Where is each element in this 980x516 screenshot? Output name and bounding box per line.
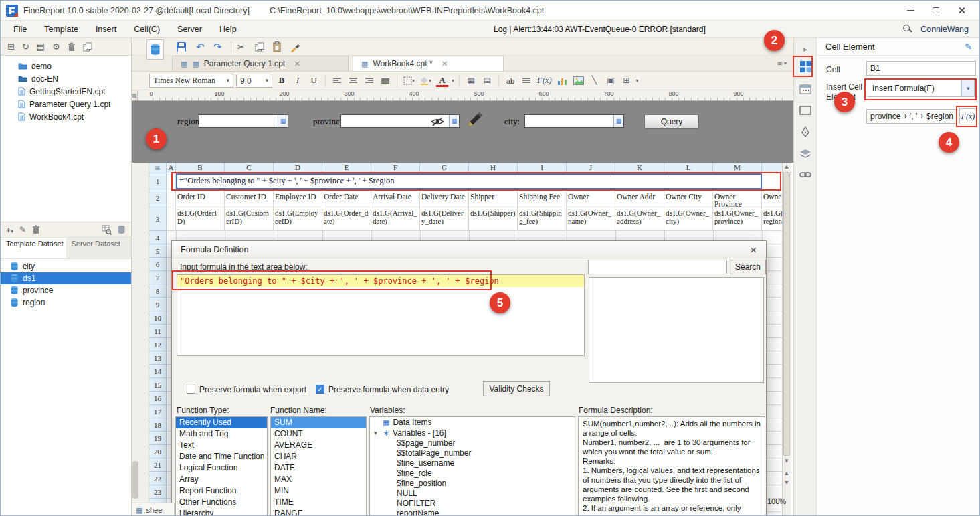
expander-icon[interactable]: ▾ — [374, 430, 379, 436]
function-name-item[interactable]: DATE — [271, 462, 366, 474]
row-header[interactable]: 19 — [149, 432, 167, 445]
menu-help[interactable]: Help — [211, 21, 246, 37]
function-type-item[interactable]: Other Functions — [176, 497, 267, 508]
header-cell[interactable]: Owner Province — [713, 189, 762, 207]
row-header[interactable]: 7 — [149, 271, 167, 284]
row-header[interactable]: 22 — [149, 472, 167, 485]
header-cell[interactable]: Owner City — [664, 189, 713, 207]
row-header[interactable]: 23 — [149, 485, 167, 499]
tree-item-folder[interactable]: doc-EN — [1, 72, 131, 85]
insert-image-icon[interactable] — [572, 74, 585, 88]
row-header[interactable]: 5 — [149, 244, 167, 258]
bold-button[interactable]: B — [275, 74, 288, 88]
header-cell[interactable]: Arrival Date — [371, 189, 420, 207]
condition-attributes-tab-icon[interactable] — [794, 144, 817, 163]
province-input[interactable]: ▦ — [340, 114, 460, 128]
paste-icon[interactable] — [272, 40, 282, 54]
caret-down-icon[interactable]: ▾ — [452, 78, 454, 84]
tab-workbook4[interactable]: ▦ WorkBook4.cpt * × — [353, 56, 504, 71]
cell-element-tab-icon[interactable] — [794, 57, 817, 76]
variable-item[interactable]: reportName — [370, 509, 575, 516]
data-binding-cell[interactable]: ds1.G(Order_date) — [322, 207, 371, 231]
data-binding-cell[interactable]: ds1.G(Shipping_fee) — [518, 207, 567, 231]
menu-server[interactable]: Server — [169, 21, 211, 37]
cell-a3[interactable] — [167, 207, 176, 231]
log-alert-text[interactable]: Log | Alert:13:44:03 AWT-EventQueue-0 ER… — [494, 21, 706, 37]
function-name-item[interactable]: COUNT — [271, 428, 366, 440]
tree-node-variables[interactable]: ▾ ∗ Variables - [16] — [370, 428, 575, 438]
vertical-scrollbar[interactable]: ▲ ▼ ▲ ▼ — [782, 163, 791, 516]
font-color-button[interactable]: A — [435, 74, 449, 88]
cut-icon[interactable]: ✂ — [237, 40, 246, 54]
page-up-icon[interactable]: ▲ — [783, 469, 791, 478]
validity-checks-button[interactable]: Validity Checks — [483, 381, 550, 396]
tab-template-dataset[interactable]: Template Dataset — [1, 238, 66, 258]
row-header[interactable]: 6 — [149, 258, 167, 271]
copy-file-icon[interactable] — [83, 42, 92, 52]
pane-splitter-handle[interactable] — [132, 461, 138, 499]
column-header[interactable]: D — [274, 163, 322, 173]
row-header[interactable]: 13 — [149, 351, 167, 365]
function-type-item[interactable]: Hierarchy — [176, 508, 267, 516]
preserve-entry-checkbox[interactable]: ✓ — [316, 385, 324, 394]
header-cell[interactable]: Order ID — [176, 189, 225, 207]
header-cell[interactable]: Delivery Date — [420, 189, 469, 207]
row-header[interactable]: 16 — [149, 392, 167, 405]
variable-item[interactable]: NOFILTER — [370, 499, 575, 509]
caret-down-icon[interactable]: ▾ — [961, 80, 974, 96]
row-header[interactable]: 8 — [149, 284, 167, 298]
function-name-item[interactable]: TIME — [271, 497, 366, 508]
tab-parameter-query[interactable]: ▦ ▦ Parameter Query 1.cpt × — [172, 56, 349, 71]
row-header[interactable]: 14 — [149, 365, 167, 378]
column-header[interactable]: C — [225, 163, 274, 173]
insert-line-icon[interactable]: ╲ — [588, 74, 601, 88]
align-center-icon[interactable] — [347, 74, 360, 88]
vertical-align-icon[interactable] — [379, 74, 392, 88]
function-type-item[interactable]: Logical Function — [176, 462, 267, 474]
function-type-item[interactable]: Array — [176, 474, 267, 485]
column-header[interactable]: J — [567, 163, 615, 173]
menu-template[interactable]: Template — [35, 21, 87, 37]
row-header[interactable]: 18 — [149, 418, 167, 432]
row-header[interactable]: 15 — [149, 378, 167, 392]
hyperlink-tab-icon[interactable] — [794, 165, 817, 184]
variable-item[interactable]: $fine_position — [370, 479, 575, 489]
italic-button[interactable]: I — [291, 74, 304, 88]
insert-formula-button[interactable]: F(x) — [536, 74, 553, 88]
row-header[interactable]: 4 — [149, 231, 167, 244]
tree-item-folder[interactable]: demo — [1, 60, 131, 72]
redo-button[interactable]: ↷ — [213, 40, 222, 54]
save-button[interactable] — [176, 40, 187, 54]
function-name-item[interactable]: AVERAGE — [271, 440, 366, 451]
data-binding-cell[interactable]: ds1.G(Arrival_date) — [371, 207, 420, 231]
data-binding-cell[interactable]: ds1.G(Shipper) — [469, 207, 518, 231]
dropdown-picker-icon[interactable]: ▦ — [449, 115, 459, 127]
font-size-select[interactable]: 9.0 ▾ — [236, 74, 272, 88]
list-view-icon[interactable]: ▤ — [37, 42, 45, 51]
caret-down-icon[interactable]: ▾ — [636, 78, 639, 84]
function-name-item[interactable]: CHAR — [271, 451, 366, 462]
function-name-item[interactable]: MAX — [271, 474, 366, 485]
function-type-item[interactable]: Text — [176, 440, 267, 451]
sheet-tab-label[interactable]: shee — [146, 506, 162, 514]
edit-dataset-icon[interactable]: ✎ — [19, 226, 26, 234]
data-binding-cell[interactable]: ds1.G(OrderID) — [176, 207, 225, 231]
dropdown-picker-icon[interactable]: ▦ — [613, 115, 623, 127]
close-tab-icon[interactable]: × — [294, 60, 300, 68]
search-button[interactable]: Search — [730, 260, 766, 274]
edit-pencil-icon[interactable] — [465, 110, 482, 129]
row-header[interactable]: 12 — [149, 338, 167, 351]
page-down-icon[interactable]: ▼ — [783, 479, 791, 487]
underline-button[interactable]: U — [307, 74, 320, 88]
column-header[interactable]: A — [167, 163, 176, 173]
preserve-export-checkbox[interactable] — [187, 385, 195, 394]
region-input[interactable]: ▦ — [199, 114, 288, 128]
query-button[interactable]: Query — [644, 114, 699, 129]
variable-item[interactable]: $$totalPage_number — [370, 448, 575, 458]
float-element-tab-icon[interactable] — [794, 101, 817, 120]
row-header[interactable]: 11 — [149, 325, 167, 338]
tree-node-data-items[interactable]: ▦ Data Items — [370, 417, 575, 428]
column-header[interactable]: M — [713, 163, 762, 173]
open-formula-editor-button[interactable]: F(x) — [959, 108, 977, 124]
template-button[interactable] — [146, 39, 164, 60]
